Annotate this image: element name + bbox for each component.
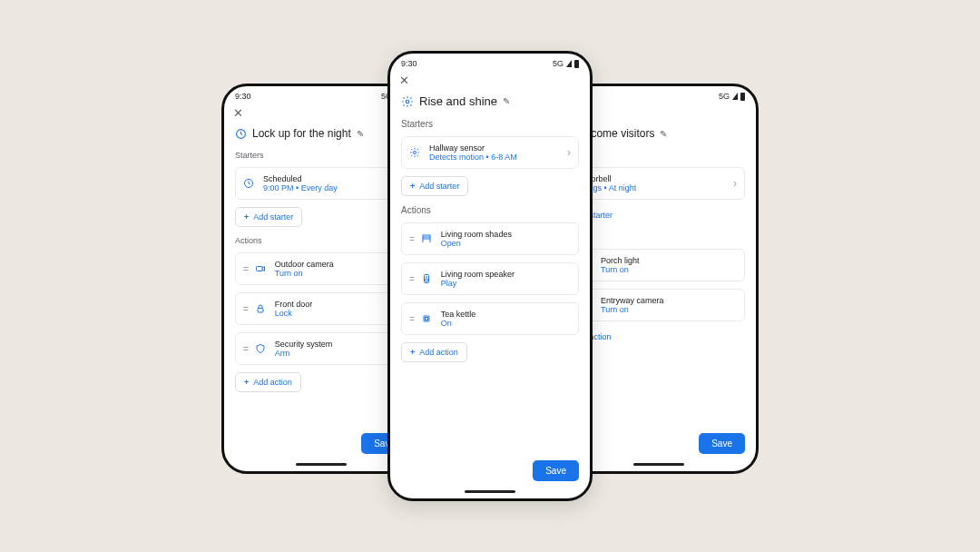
action-card[interactable]: Porch light Turn on (573, 249, 745, 281)
starter-card[interactable]: Doorbell Rings • At night › (573, 167, 745, 200)
status-time: 9:30 (401, 59, 417, 68)
chevron-right-icon: › (567, 146, 571, 159)
svg-point-9 (425, 279, 427, 281)
battery-icon (574, 60, 579, 68)
routine-title: Rise and shine (419, 94, 497, 108)
card-subtitle: Detects motion • 6-8 AM (429, 153, 560, 162)
gear-icon (409, 147, 422, 158)
card-subtitle: Open (441, 239, 571, 248)
card-title: Scheduled (263, 174, 399, 183)
drag-handle-icon[interactable]: = (409, 314, 414, 324)
starters-label: Starters (235, 151, 407, 160)
status-time: 9:30 (235, 92, 251, 101)
action-card[interactable]: = Outdoor camera Turn on (235, 252, 407, 285)
clock-icon (235, 128, 247, 140)
card-title: Hallway sensor (429, 143, 560, 153)
camera-icon (255, 263, 268, 274)
card-title: Outdoor camera (275, 260, 399, 269)
svg-point-10 (426, 277, 426, 278)
close-icon[interactable]: ✕ (399, 74, 409, 87)
plus-icon: + (410, 182, 415, 191)
actions-label: Actions (235, 236, 407, 245)
card-subtitle: Turn on (275, 269, 399, 278)
status-network: 5G (553, 59, 564, 68)
plus-icon: + (410, 348, 415, 357)
plus-icon: + (244, 212, 249, 222)
kettle-icon (421, 313, 434, 324)
edit-icon[interactable]: ✎ (660, 129, 667, 139)
drag-handle-icon[interactable]: = (243, 304, 248, 314)
svg-point-6 (414, 152, 416, 154)
action-card[interactable]: = Front door Lock (235, 292, 407, 325)
plus-icon: + (244, 378, 249, 387)
clock-icon (243, 178, 256, 189)
edit-icon[interactable]: ✎ (503, 96, 510, 106)
actions-label: Actions (401, 205, 579, 215)
lock-icon (255, 303, 268, 314)
add-action-button[interactable]: + Add action (235, 372, 301, 392)
svg-rect-12 (425, 318, 427, 320)
home-indicator (296, 463, 347, 466)
card-title: Living room shades (441, 230, 571, 239)
save-button[interactable]: Save (533, 460, 579, 481)
svg-point-5 (406, 100, 409, 104)
save-button[interactable]: Save (699, 433, 745, 454)
svg-rect-11 (424, 316, 429, 321)
card-title: Entryway camera (601, 296, 737, 305)
svg-rect-2 (256, 267, 262, 271)
drag-handle-icon[interactable]: = (409, 274, 414, 284)
action-card[interactable]: = Living room shades Open (401, 222, 579, 255)
card-subtitle: Play (441, 279, 571, 288)
edit-icon[interactable]: ✎ (357, 129, 364, 139)
card-subtitle: Turn on (601, 305, 737, 314)
status-bar: 9:30 5G (390, 54, 590, 70)
card-title: Living room speaker (441, 270, 571, 279)
card-title: Porch light (601, 256, 737, 265)
drag-handle-icon[interactable]: = (243, 264, 248, 274)
gear-icon (401, 95, 414, 108)
shield-icon (255, 343, 268, 354)
action-card[interactable]: = Tea kettle On (401, 302, 579, 335)
home-indicator (465, 490, 515, 493)
card-title: Front door (275, 300, 399, 309)
phone-center: 9:30 5G ✕ Rise and shine ✎ Starters Hall (387, 51, 593, 501)
add-starter-label: Add starter (253, 212, 293, 222)
home-indicator (633, 463, 684, 466)
card-subtitle: Rings • At night (581, 183, 726, 192)
drag-handle-icon[interactable]: = (243, 344, 248, 354)
signal-icon (566, 60, 572, 67)
starters-label: ters (573, 151, 745, 160)
add-action-label: Add action (253, 378, 292, 387)
starter-card[interactable]: Hallway sensor Detects motion • 6-8 AM › (401, 136, 579, 169)
signal-icon (732, 93, 738, 100)
routine-title: Lock up for the night (252, 127, 351, 140)
shades-icon (421, 233, 434, 244)
card-subtitle: Turn on (601, 265, 737, 274)
card-subtitle: Lock (275, 309, 399, 318)
status-network: 5G (719, 92, 730, 101)
svg-rect-3 (258, 309, 263, 313)
add-starter-button[interactable]: + Add starter (401, 176, 468, 196)
speaker-icon (421, 273, 434, 284)
chevron-right-icon: › (733, 177, 737, 190)
add-action-button[interactable]: + Add action (401, 342, 467, 362)
close-icon[interactable]: ✕ (233, 106, 243, 120)
action-card[interactable]: = Living room speaker Play (401, 262, 579, 295)
card-subtitle: On (441, 319, 571, 328)
card-title: Tea kettle (441, 310, 571, 319)
starter-card[interactable]: Scheduled 9:00 PM • Every day (235, 167, 407, 200)
add-action-label: Add action (419, 348, 458, 357)
drag-handle-icon[interactable]: = (409, 234, 414, 244)
add-starter-label: Add starter (419, 182, 459, 191)
svg-rect-7 (423, 235, 430, 237)
actions-label: ions (573, 232, 745, 242)
action-card[interactable]: = Security system Arm (235, 332, 407, 365)
action-card[interactable]: Entryway camera Turn on (573, 289, 745, 321)
starters-label: Starters (401, 119, 579, 129)
add-starter-button[interactable]: + Add starter (235, 207, 302, 227)
battery-icon (740, 93, 745, 101)
card-subtitle: 9:00 PM • Every day (263, 183, 399, 192)
card-title: Security system (275, 340, 399, 349)
card-subtitle: Arm (275, 349, 399, 358)
card-title: Doorbell (581, 174, 726, 183)
